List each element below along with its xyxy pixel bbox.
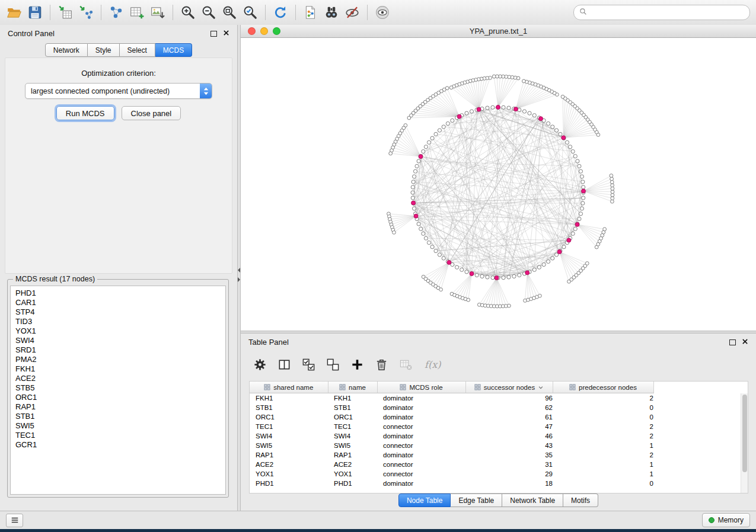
table-row[interactable]: PHD1PHD1dominator180 <box>250 479 748 488</box>
splitter-collapse-handles[interactable] <box>238 268 240 282</box>
collapse-left-icon[interactable] <box>238 268 240 273</box>
mcds-result-item[interactable]: FKH1 <box>11 364 225 374</box>
control-panel-title: Control Panel <box>8 29 55 38</box>
search-box[interactable] <box>573 5 750 20</box>
import-table-icon[interactable] <box>57 4 74 21</box>
application-window: Control Panel NetworkStyleSelectMCDS Opt… <box>0 0 756 529</box>
open-session-icon[interactable] <box>6 4 23 21</box>
optimization-criterion-select[interactable]: largest connected component (undirected) <box>25 83 212 99</box>
column-header-successor-nodes[interactable]: successor nodes <box>465 382 553 393</box>
network-window-titlebar[interactable]: YPA_prune.txt_1 <box>241 25 756 38</box>
table-cell: 1 <box>553 469 653 479</box>
column-header-name[interactable]: name <box>328 382 377 393</box>
mcds-result-item[interactable]: ORC1 <box>11 393 225 402</box>
run-mcds-button[interactable]: Run MCDS <box>56 106 114 120</box>
memory-button[interactable]: Memory <box>702 513 750 527</box>
new-network-icon[interactable] <box>108 4 125 21</box>
mcds-result-item[interactable]: SWI5 <box>11 421 225 431</box>
table-row[interactable]: ORC1ORC1dominator610 <box>250 412 748 422</box>
export-image-icon[interactable] <box>149 4 166 21</box>
unselect-all-icon[interactable] <box>326 357 340 371</box>
mcds-result-item[interactable]: SWI4 <box>11 336 225 345</box>
network-canvas[interactable] <box>241 38 756 331</box>
table-cell-filler <box>653 412 748 422</box>
import-network-icon[interactable] <box>78 4 94 21</box>
float-table-panel-icon[interactable] <box>729 339 736 345</box>
zoom-window-button[interactable] <box>273 27 280 35</box>
close-window-button[interactable] <box>248 27 256 35</box>
table-row[interactable]: RAP1RAP1dominator352 <box>250 450 748 460</box>
table-settings-icon[interactable] <box>253 357 267 371</box>
share-document-icon[interactable] <box>302 4 319 21</box>
mcds-result-item[interactable]: GCR1 <box>11 440 225 450</box>
mcds-result-item[interactable]: CAR1 <box>11 298 225 307</box>
close-table-panel-icon[interactable] <box>742 338 748 347</box>
zoom-fit-icon[interactable] <box>221 4 238 21</box>
table-cell: ACE2 <box>250 460 328 469</box>
add-column-icon[interactable] <box>350 357 364 371</box>
tab-node-table[interactable]: Node Table <box>398 493 451 507</box>
table-cell: ORC1 <box>328 412 377 422</box>
mcds-tab-page: Optimization criterion: largest connecte… <box>5 57 232 274</box>
column-header-shared-name[interactable]: shared name <box>250 382 328 393</box>
tab-network[interactable]: Network <box>45 43 88 57</box>
tab-network-table[interactable]: Network Table <box>502 493 563 507</box>
show-columns-icon[interactable] <box>277 357 291 371</box>
tab-motifs[interactable]: Motifs <box>563 493 598 507</box>
close-panel-icon[interactable] <box>223 29 229 38</box>
mcds-result-item[interactable]: STP4 <box>11 307 225 317</box>
mcds-result-list[interactable]: PHD1CAR1STP4TID3YOX1SWI4SRD1PMA2FKH1ACE2… <box>10 286 226 495</box>
mcds-result-item[interactable]: SRD1 <box>11 345 225 355</box>
table-scrollbar[interactable] <box>741 393 748 493</box>
show-graphics-details-icon[interactable] <box>374 4 391 21</box>
float-panel-icon[interactable] <box>210 31 217 37</box>
column-header-predecessor-nodes[interactable]: predecessor nodes <box>553 382 653 393</box>
network-window: YPA_prune.txt_1 <box>241 25 756 331</box>
table-scrollbar-thumb[interactable] <box>742 395 747 472</box>
tab-select[interactable]: Select <box>120 43 155 57</box>
select-all-icon[interactable] <box>301 357 315 371</box>
import-table-disabled-icon[interactable] <box>398 357 413 371</box>
table-row[interactable]: ACE2ACE2connector311 <box>250 460 748 469</box>
table-row[interactable]: YOX1YOX1connector291 <box>250 469 748 479</box>
mcds-result-item[interactable]: TID3 <box>11 317 225 326</box>
find-icon[interactable] <box>323 4 340 21</box>
delete-column-icon[interactable] <box>374 357 388 371</box>
table-panel-title: Table Panel <box>248 338 289 347</box>
table-row[interactable]: FKH1FKH1dominator962 <box>250 393 748 403</box>
minimize-window-button[interactable] <box>260 27 268 35</box>
table-row[interactable]: SWI5SWI5connector431 <box>250 441 748 450</box>
tab-edge-table[interactable]: Edge Table <box>451 493 502 507</box>
zoom-in-icon[interactable] <box>180 4 196 21</box>
save-session-icon[interactable] <box>27 4 43 21</box>
mcds-result-item[interactable]: RAP1 <box>11 402 225 412</box>
mcds-result-item[interactable]: PMA2 <box>11 355 225 364</box>
table-cell: FKH1 <box>328 393 377 403</box>
table-row[interactable]: STB1STB1dominator620 <box>250 403 748 412</box>
table-row[interactable]: TEC1TEC1connector472 <box>250 422 748 431</box>
table-panel: Table Panel f(x) shared <box>241 334 756 511</box>
mcds-result-item[interactable]: YOX1 <box>11 326 225 336</box>
tab-mcds[interactable]: MCDS <box>155 43 192 57</box>
mcds-result-item[interactable]: STB1 <box>11 412 225 421</box>
close-panel-button[interactable]: Close panel <box>122 106 181 120</box>
task-history-button[interactable] <box>6 514 23 527</box>
column-header-mcds-role[interactable]: MCDS role <box>377 382 465 393</box>
attribute-type-icon <box>264 384 270 390</box>
mcds-result-item[interactable]: TEC1 <box>11 431 225 440</box>
collapse-right-icon[interactable] <box>238 277 240 282</box>
new-table-icon[interactable] <box>129 4 145 21</box>
hide-style-icon[interactable] <box>344 4 361 21</box>
mcds-result-item[interactable]: ACE2 <box>11 374 225 383</box>
mcds-result-item[interactable]: STB5 <box>11 383 225 393</box>
table-cell: 47 <box>465 422 553 431</box>
function-builder-icon[interactable]: f(x) <box>425 359 441 370</box>
zoom-out-icon[interactable] <box>200 4 217 21</box>
refresh-layout-icon[interactable] <box>272 4 289 21</box>
tab-style[interactable]: Style <box>88 43 120 57</box>
search-input[interactable] <box>591 8 744 17</box>
mcds-result-item[interactable]: PHD1 <box>11 289 225 298</box>
attribute-type-icon <box>569 384 576 390</box>
zoom-selected-icon[interactable] <box>242 4 259 21</box>
table-row[interactable]: SWI4SWI4dominator462 <box>250 431 748 441</box>
